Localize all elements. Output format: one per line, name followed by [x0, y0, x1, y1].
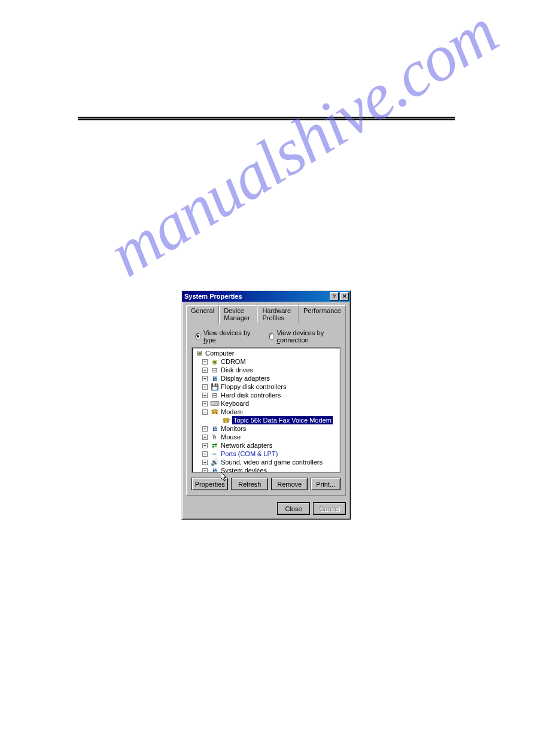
device-tree[interactable]: 🖥Computer+◉CDROM+⊟Disk drives+🖥Display a…	[191, 347, 341, 473]
view-mode-radios: View devices by type View devices by con…	[191, 329, 341, 344]
tree-label: System devices	[221, 466, 267, 473]
device-category-icon: ☎	[210, 408, 219, 416]
properties-button[interactable]: Properties	[191, 478, 228, 490]
expander-icon[interactable]: +	[202, 468, 208, 473]
device-category-icon: ⌨	[210, 400, 219, 408]
expander-icon[interactable]: −	[202, 409, 208, 415]
expander-icon[interactable]: +	[202, 426, 208, 432]
device-icon: ☎	[221, 417, 230, 424]
tab-strip: General Device Manager Hardware Profiles…	[186, 305, 346, 323]
tab-hardware-profiles[interactable]: Hardware Profiles	[257, 305, 299, 323]
dialog-title: System Properties	[184, 293, 329, 300]
expander-icon[interactable]: +	[202, 376, 208, 381]
computer-icon: 🖥	[194, 350, 203, 357]
dialog-close-button[interactable]: Close	[277, 502, 310, 515]
tree-item[interactable]: +⇄Network adapters	[193, 441, 339, 450]
tree-label: Monitors	[221, 424, 246, 433]
expander-icon[interactable]: +	[202, 368, 208, 373]
radio-label-by-connection: View devices by connection	[276, 329, 341, 344]
tree-item[interactable]: +🖥System devices	[193, 466, 339, 473]
device-category-icon: 🖥	[210, 467, 219, 473]
expander-icon[interactable]: +	[202, 384, 208, 390]
dialog-cancel-button[interactable]: Cancel	[313, 502, 346, 515]
system-properties-dialog: System Properties ? ✕ General Device Man…	[181, 290, 351, 520]
tree-item[interactable]: +⊟Hard disk controllers	[193, 391, 339, 399]
device-category-icon: ◉	[210, 358, 219, 366]
remove-button[interactable]: Remove	[271, 478, 308, 490]
page-header-divider	[78, 117, 455, 120]
panel-buttons: Properties Refresh Remove Print...	[191, 478, 341, 490]
radio-view-by-type[interactable]: View devices by type	[195, 329, 252, 344]
device-category-icon: 🖥	[210, 425, 219, 433]
expander-icon[interactable]: +	[202, 460, 208, 465]
tree-item[interactable]: +◉CDROM	[193, 357, 339, 366]
tree-label: Sound, video and game controllers	[221, 458, 323, 466]
radio-label-by-type: View devices by type	[203, 329, 252, 344]
tree-label: Ports (COM & LPT)	[221, 450, 278, 458]
tree-item[interactable]: +🖱Mouse	[193, 433, 339, 441]
device-category-icon: ⎓	[210, 450, 219, 458]
expander-icon[interactable]: +	[202, 393, 208, 398]
tree-label: Network adapters	[221, 441, 272, 450]
expander-icon[interactable]: +	[202, 443, 208, 448]
tree-item[interactable]: +⊟Disk drives	[193, 366, 339, 374]
device-category-icon: ⊟	[210, 391, 219, 399]
tree-label: Floppy disk controllers	[221, 382, 286, 391]
watermark-text: manualshive.com	[96, 0, 510, 292]
tree-label: Disk drives	[221, 366, 253, 374]
device-category-icon: 💾	[210, 383, 219, 391]
dialog-body: General Device Manager Hardware Profiles…	[182, 302, 350, 501]
tree-label: Display adapters	[221, 374, 270, 382]
close-button[interactable]: ✕	[340, 292, 349, 300]
tab-general[interactable]: General	[186, 305, 219, 323]
expander-icon[interactable]: +	[202, 451, 208, 457]
tree-label: Mouse	[221, 433, 241, 441]
tree-item[interactable]: +🔊Sound, video and game controllers	[193, 458, 339, 466]
tree-item[interactable]: −☎Modem	[193, 408, 339, 416]
tree-label: Computer	[205, 349, 234, 357]
titlebar[interactable]: System Properties ? ✕	[182, 291, 350, 302]
tree-label: Topic 56k Data Fax Voice Modem	[232, 416, 333, 424]
tree-item[interactable]: +⌨Keyboard	[193, 399, 339, 408]
tab-panel: View devices by type View devices by con…	[186, 323, 346, 496]
device-category-icon: 🔊	[210, 459, 219, 466]
tree-item[interactable]: +🖥Monitors	[193, 424, 339, 433]
radio-icon	[195, 333, 201, 340]
help-button[interactable]: ?	[330, 292, 339, 300]
print-button[interactable]: Print...	[311, 478, 341, 490]
radio-icon	[269, 333, 275, 340]
expander-icon[interactable]: +	[202, 359, 208, 365]
refresh-button[interactable]: Refresh	[231, 478, 268, 490]
tree-child-item[interactable]: ☎Topic 56k Data Fax Voice Modem	[193, 416, 339, 424]
expander-icon[interactable]: +	[202, 435, 208, 440]
tab-device-manager[interactable]: Device Manager	[219, 305, 257, 324]
expander-icon[interactable]: +	[202, 401, 208, 406]
tree-item[interactable]: +🖥Display adapters	[193, 374, 339, 382]
device-category-icon: ⇄	[210, 442, 219, 450]
radio-view-by-connection[interactable]: View devices by connection	[269, 329, 341, 344]
tree-label: Hard disk controllers	[221, 391, 281, 399]
tree-label: Keyboard	[221, 399, 249, 408]
expander-spacer	[214, 418, 219, 423]
dialog-footer: Close Cancel	[182, 502, 350, 519]
tree-item[interactable]: +⎓Ports (COM & LPT)	[193, 450, 339, 458]
tree-label: Modem	[221, 408, 243, 416]
tree-root-computer[interactable]: 🖥Computer	[193, 349, 339, 357]
device-category-icon: 🖱	[210, 433, 219, 441]
tab-performance[interactable]: Performance	[299, 305, 346, 323]
device-category-icon: 🖥	[210, 375, 219, 382]
tree-label: CDROM	[221, 357, 246, 366]
device-category-icon: ⊟	[210, 366, 219, 374]
tree-item[interactable]: +💾Floppy disk controllers	[193, 382, 339, 391]
